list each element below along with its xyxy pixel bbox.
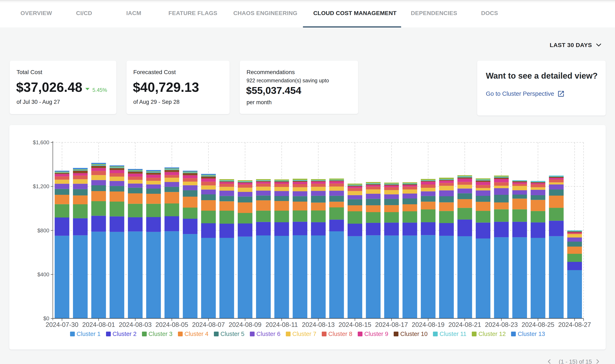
svg-text:$800: $800 [37,227,49,234]
svg-text:2024-08-27: 2024-08-27 [558,321,591,328]
svg-text:2024-08-13: 2024-08-13 [302,321,335,328]
svg-text:2024-08-23: 2024-08-23 [485,321,518,328]
svg-text:2024-08-19: 2024-08-19 [412,321,445,328]
svg-text:2024-08-15: 2024-08-15 [338,321,371,328]
svg-text:2024-08-09: 2024-08-09 [229,321,262,328]
svg-text:2024-08-07: 2024-08-07 [192,321,225,328]
svg-text:$400: $400 [37,271,49,278]
svg-text:$1,200: $1,200 [33,183,49,189]
svg-text:2024-08-01: 2024-08-01 [82,321,115,328]
svg-text:2024-08-17: 2024-08-17 [375,321,408,328]
svg-text:2024-07-30: 2024-07-30 [46,321,79,328]
svg-text:2024-08-03: 2024-08-03 [119,321,152,328]
svg-text:$1,600: $1,600 [33,139,49,145]
svg-text:2024-08-11: 2024-08-11 [266,321,298,328]
svg-text:2024-08-21: 2024-08-21 [448,321,481,328]
svg-text:2024-08-05: 2024-08-05 [155,321,188,328]
svg-text:2024-08-25: 2024-08-25 [522,321,554,328]
svg-text:$0: $0 [43,315,49,322]
